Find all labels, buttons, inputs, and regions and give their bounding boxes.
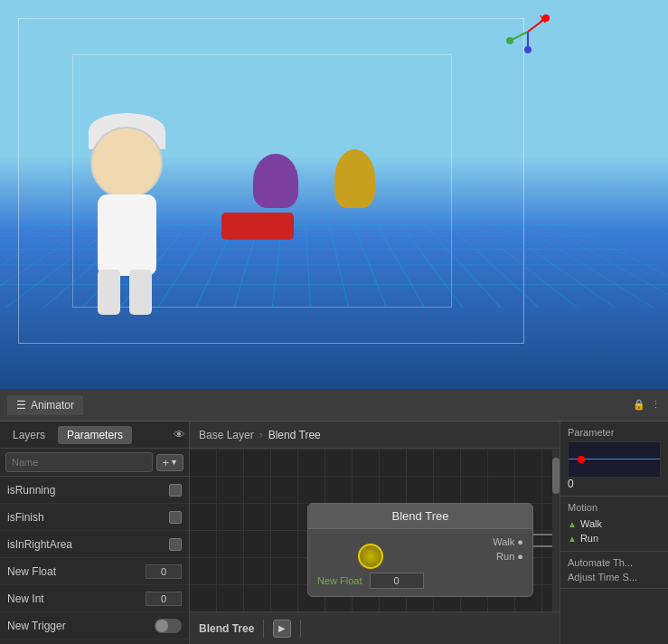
- lock-icon[interactable]: 🔒: [633, 399, 645, 411]
- param-checkbox-isInRightArea[interactable]: [169, 538, 182, 551]
- node-header: Blend Tree: [308, 504, 532, 529]
- motion-arrow-walk: ▲: [568, 519, 577, 529]
- motion-item-walk: ▲ Walk: [568, 516, 661, 531]
- param-toggle-NewTrigger[interactable]: [155, 619, 182, 633]
- param-name-NewInt: New Int: [7, 592, 146, 605]
- char-leg-right: [129, 270, 152, 315]
- param-item-isInRightArea: isInRightArea: [0, 531, 189, 558]
- animator-title-tab[interactable]: ☰ Animator: [7, 395, 83, 415]
- blend-tree-input-field[interactable]: [370, 573, 424, 589]
- separator-2: [300, 620, 301, 638]
- character: [72, 118, 181, 298]
- parameter-title: Parameter: [568, 427, 661, 438]
- breadcrumb-blend-tree[interactable]: Blend Tree: [268, 429, 321, 441]
- char-body: [98, 194, 156, 276]
- gizmo[interactable]: X: [505, 9, 550, 54]
- motion-arrow-run: ▲: [568, 534, 577, 544]
- play-button[interactable]: ▶: [273, 620, 291, 638]
- right-panel: Parameter 0 Motion ▲ Walk ▲ Run: [560, 421, 668, 644]
- purple-object: [253, 154, 298, 208]
- menu-icon[interactable]: ⋮: [651, 399, 661, 411]
- param-value-NewFloat[interactable]: [146, 564, 182, 579]
- add-parameter-button[interactable]: + ▼: [156, 454, 183, 471]
- yellow-object: [334, 149, 375, 208]
- tab-parameters[interactable]: Parameters: [58, 426, 132, 444]
- chevron-icon: ▼: [170, 458, 178, 467]
- tabs-row: Layers Parameters 👁: [0, 421, 189, 449]
- parameter-section: Parameter 0: [560, 421, 668, 497]
- char-head: [90, 127, 163, 199]
- param-item-NewInt: New Int: [0, 585, 189, 612]
- breadcrumb-base-layer[interactable]: Base Layer: [199, 429, 254, 441]
- left-panel: Layers Parameters 👁 + ▼ isRunning: [0, 421, 190, 644]
- tab-layers[interactable]: Layers: [4, 426, 54, 444]
- graph-dot: [578, 456, 585, 463]
- animator-icon: ☰: [16, 399, 26, 412]
- search-input[interactable]: [5, 452, 153, 472]
- char-legs: [98, 270, 156, 315]
- gizmo-x-label: X: [540, 14, 546, 24]
- svg-point-5: [524, 46, 532, 53]
- parameter-graph: [568, 441, 661, 478]
- param-name-NewFloat: New Float: [7, 565, 146, 578]
- animator-bar: ☰ Animator 🔒 ⋮ Layers Parameters 👁 + ▼: [0, 389, 668, 644]
- node-body: Walk ● Run ●: [308, 529, 532, 569]
- param-checkbox-isFinish[interactable]: [169, 511, 182, 524]
- red-object: [221, 213, 294, 240]
- animator-title: Animator: [31, 399, 74, 412]
- node-input-area: New Float: [308, 569, 532, 596]
- animator-header: ☰ Animator 🔒 ⋮: [0, 389, 668, 421]
- param-name-isFinish: isFinish: [7, 511, 169, 524]
- param-item-isFinish: isFinish: [0, 504, 189, 531]
- motion-item-run: ▲ Run: [568, 531, 661, 545]
- param-checkbox-isRunning[interactable]: [169, 484, 182, 497]
- parameter-value: 0: [568, 478, 661, 490]
- blend-tree-info-bar: Blend Tree ▶: [190, 611, 560, 644]
- param-item-NewFloat: New Float: [0, 558, 189, 585]
- animator-body: Layers Parameters 👁 + ▼ isRunning: [0, 421, 668, 644]
- graph-panel: Base Layer › Blend Tree Blend Tree Walk …: [190, 421, 560, 644]
- motion-name-walk: Walk: [580, 518, 602, 529]
- param-value-NewInt[interactable]: [146, 592, 182, 606]
- scrollbar-thumb[interactable]: [552, 458, 560, 494]
- graph-canvas[interactable]: Blend Tree Walk ● Run ● New Float: [190, 449, 560, 611]
- adjust-time: Adjust Time S...: [568, 572, 661, 582]
- blend-tree-node[interactable]: Blend Tree Walk ● Run ● New Float: [307, 503, 533, 597]
- param-item-isRunning: isRunning: [0, 477, 189, 504]
- node-circle: [358, 544, 383, 569]
- viewport: X: [0, 0, 668, 389]
- new-float-label[interactable]: New Float: [317, 575, 362, 586]
- param-name-NewTrigger: New Trigger: [7, 620, 155, 632]
- motion-name-run: Run: [580, 533, 598, 544]
- automate-threshold: Automate Th...: [568, 557, 661, 568]
- eye-icon[interactable]: 👁: [174, 428, 185, 441]
- motion-title: Motion: [568, 502, 661, 513]
- automate-section: Automate Th... Adjust Time S...: [560, 552, 668, 589]
- char-leg-left: [98, 270, 120, 315]
- breadcrumb: Base Layer › Blend Tree: [190, 421, 560, 449]
- param-item-NewTrigger: New Trigger: [0, 612, 189, 639]
- blend-tree-node-title: Blend Tree: [392, 509, 449, 523]
- scrollbar-right[interactable]: [552, 449, 560, 611]
- motion-section: Motion ▲ Walk ▲ Run: [560, 497, 668, 552]
- blend-tree-info-label: Blend Tree: [199, 622, 254, 635]
- breadcrumb-arrow: ›: [259, 429, 263, 441]
- node-output-run: Run ●: [317, 551, 523, 562]
- param-name-isInRightArea: isInRightArea: [7, 538, 169, 551]
- add-icon: +: [162, 456, 169, 469]
- param-list: isRunning isFinish isInRightArea New Flo…: [0, 477, 189, 644]
- search-row: + ▼: [0, 449, 189, 477]
- separator: [263, 620, 264, 638]
- param-name-isRunning: isRunning: [7, 484, 169, 497]
- node-output-walk: Walk ●: [317, 536, 523, 547]
- svg-point-4: [506, 37, 513, 44]
